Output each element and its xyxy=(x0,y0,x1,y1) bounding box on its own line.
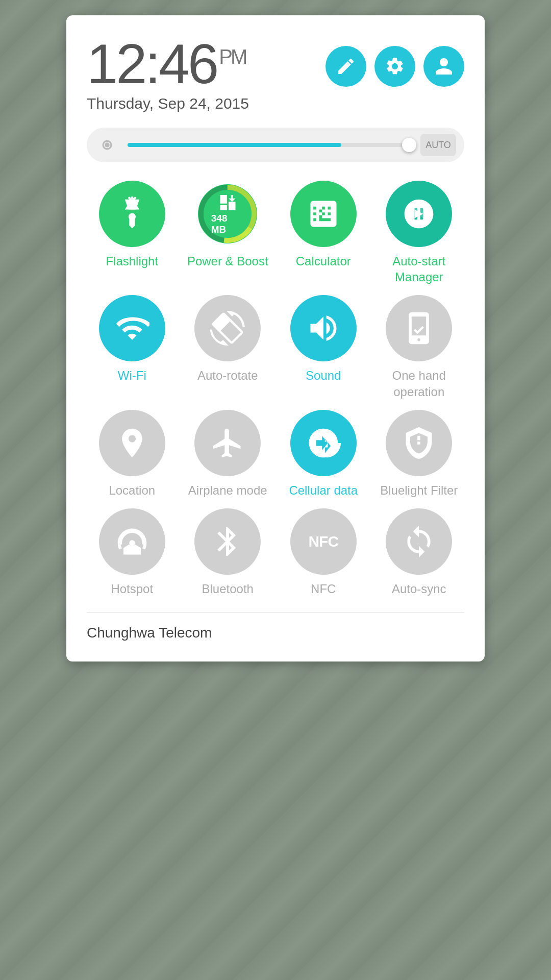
divider xyxy=(87,612,464,612)
bluetooth-circle xyxy=(194,508,261,575)
power-boost-value: 348 MB xyxy=(211,213,244,235)
location-label: Location xyxy=(109,482,155,498)
settings-icon xyxy=(385,56,405,77)
bluelight-label: Bluelight Filter xyxy=(380,482,458,498)
nfc-circle: NFC xyxy=(290,508,357,575)
grid-item-nfc[interactable]: NFC NFC xyxy=(278,508,369,597)
nfc-text: NFC xyxy=(308,533,338,550)
flashlight-label: Flashlight xyxy=(106,253,158,269)
autorotate-circle xyxy=(194,295,261,361)
grid-item-hotspot[interactable]: Hotspot xyxy=(87,508,178,597)
grid-item-airplane[interactable]: Airplane mode xyxy=(183,410,273,498)
autosync-label: Auto-sync xyxy=(392,581,446,597)
onehand-circle xyxy=(386,295,452,361)
sound-label: Sound xyxy=(306,368,341,383)
bluetooth-label: Bluetooth xyxy=(202,581,254,597)
nfc-label: NFC xyxy=(311,581,336,597)
wifi-label: Wi-Fi xyxy=(118,368,146,383)
grid-item-sound[interactable]: Sound xyxy=(278,295,369,399)
airplane-icon xyxy=(210,426,245,460)
settings-button[interactable] xyxy=(374,46,415,87)
sun-icon xyxy=(97,135,117,155)
location-circle xyxy=(99,410,165,476)
header: 12:46PM Thursday, Sep 24, 2015 xyxy=(87,36,464,112)
brightness-auto[interactable]: AUTO xyxy=(420,134,456,156)
brightness-slider[interactable] xyxy=(128,143,412,147)
edit-button[interactable] xyxy=(325,46,366,87)
wifi-icon xyxy=(115,311,149,346)
hotspot-icon xyxy=(115,524,149,559)
grid-item-autostart[interactable]: Auto-start Manager xyxy=(374,181,465,285)
svg-point-3 xyxy=(129,213,136,220)
time-display: 12:46 xyxy=(87,32,217,95)
brightness-thumb xyxy=(402,138,416,152)
grid-item-bluetooth[interactable]: Bluetooth xyxy=(183,508,273,597)
clock: 12:46PM xyxy=(87,36,249,92)
user-icon xyxy=(434,56,454,77)
power-boost-inner: 348 MB xyxy=(211,192,244,235)
grid-item-autorotate[interactable]: Auto-rotate xyxy=(183,295,273,399)
grid-item-cellular[interactable]: Cellular data xyxy=(278,410,369,498)
calculator-label: Calculator xyxy=(296,253,351,269)
airplane-label: Airplane mode xyxy=(188,482,267,498)
power-boost-label: Power & Boost xyxy=(187,253,268,269)
header-icon-group xyxy=(325,46,464,87)
autosync-circle xyxy=(386,508,452,575)
grid-item-wifi[interactable]: Wi-Fi xyxy=(87,295,178,399)
quick-settings-grid: Flashlight 348 MB xyxy=(87,181,464,597)
brightness-icon xyxy=(95,133,119,157)
location-icon xyxy=(115,426,149,460)
cellular-circle xyxy=(290,410,357,476)
flashlight-circle xyxy=(99,181,165,247)
autostart-icon xyxy=(402,197,436,231)
calculator-circle xyxy=(290,181,357,247)
grid-item-power-boost[interactable]: 348 MB Power & Boost xyxy=(183,181,273,285)
svg-point-0 xyxy=(105,142,110,148)
grid-item-location[interactable]: Location xyxy=(87,410,178,498)
grid-item-onehand[interactable]: One hand operation xyxy=(374,295,465,399)
bluelight-icon xyxy=(402,426,436,460)
autostart-circle xyxy=(386,181,452,247)
bluelight-circle xyxy=(386,410,452,476)
hotspot-label: Hotspot xyxy=(111,581,153,597)
autosync-icon xyxy=(402,524,436,559)
cellular-icon xyxy=(306,426,341,460)
brightness-fill xyxy=(128,143,341,147)
sound-icon xyxy=(306,311,341,346)
bluetooth-icon xyxy=(210,524,245,559)
boost-icon xyxy=(217,192,238,213)
grid-item-flashlight[interactable]: Flashlight xyxy=(87,181,178,285)
carrier: Chunghwa Telecom xyxy=(87,625,464,646)
user-button[interactable] xyxy=(423,46,464,87)
onehand-icon xyxy=(402,311,436,346)
onehand-label: One hand operation xyxy=(374,368,465,399)
cellular-label: Cellular data xyxy=(289,482,358,498)
autorotate-label: Auto-rotate xyxy=(197,368,258,383)
autorotate-icon xyxy=(210,311,245,346)
date-display: Thursday, Sep 24, 2015 xyxy=(87,95,249,112)
autostart-label: Auto-start Manager xyxy=(374,253,465,285)
svg-point-2 xyxy=(129,202,135,206)
grid-item-calculator[interactable]: Calculator xyxy=(278,181,369,285)
grid-item-autosync[interactable]: Auto-sync xyxy=(374,508,465,597)
grid-item-bluelight[interactable]: Bluelight Filter xyxy=(374,410,465,498)
hotspot-circle xyxy=(99,508,165,575)
power-boost-wrapper: 348 MB xyxy=(194,181,261,247)
brightness-row[interactable]: AUTO xyxy=(87,128,464,162)
time-section: 12:46PM Thursday, Sep 24, 2015 xyxy=(87,36,249,112)
calculator-icon xyxy=(306,197,341,231)
sound-circle xyxy=(290,295,357,361)
edit-icon xyxy=(336,56,356,77)
wifi-circle xyxy=(99,295,165,361)
flashlight-icon xyxy=(115,197,149,231)
airplane-circle xyxy=(194,410,261,476)
quick-settings-panel: 12:46PM Thursday, Sep 24, 2015 xyxy=(66,15,485,662)
period-display: PM xyxy=(219,45,245,68)
